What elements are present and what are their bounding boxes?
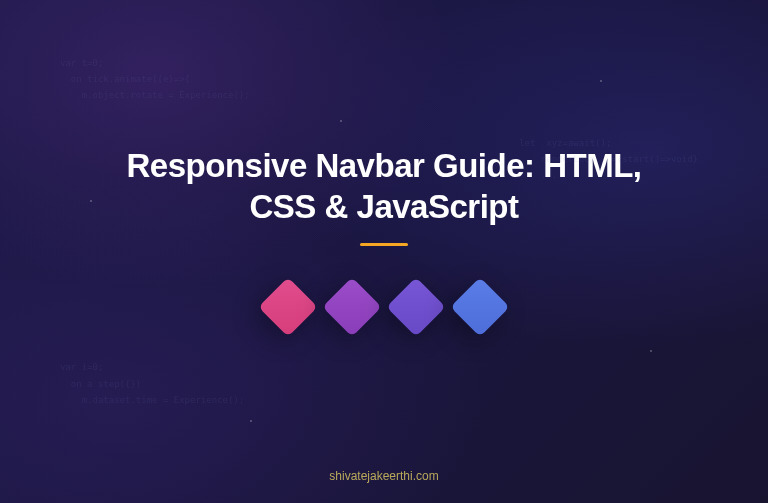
page-title: Responsive Navbar Guide: HTML, CSS & Jav… (109, 145, 659, 228)
decorative-star (600, 80, 602, 82)
title-underline (360, 243, 408, 246)
square-icon-2 (322, 278, 381, 337)
decorative-star (250, 420, 252, 422)
hero-banner: var t=0; on tick.animate((e)=>{ m.object… (0, 0, 768, 503)
square-icon-4 (450, 278, 509, 337)
decorative-star (650, 350, 652, 352)
title-block: Responsive Navbar Guide: HTML, CSS & Jav… (109, 145, 659, 247)
square-icon-1 (258, 278, 317, 337)
square-icon-3 (386, 278, 445, 337)
footer-domain: shivatejakeerthi.com (0, 469, 768, 483)
decorative-star (340, 120, 342, 122)
decorative-star (90, 200, 92, 202)
decorative-code-bottom-left: var i=0; on a step({}) m.dataset.time = … (60, 359, 244, 408)
decorative-squares (267, 286, 501, 328)
decorative-code-top-left: var t=0; on tick.animate((e)=>{ m.object… (60, 55, 250, 104)
